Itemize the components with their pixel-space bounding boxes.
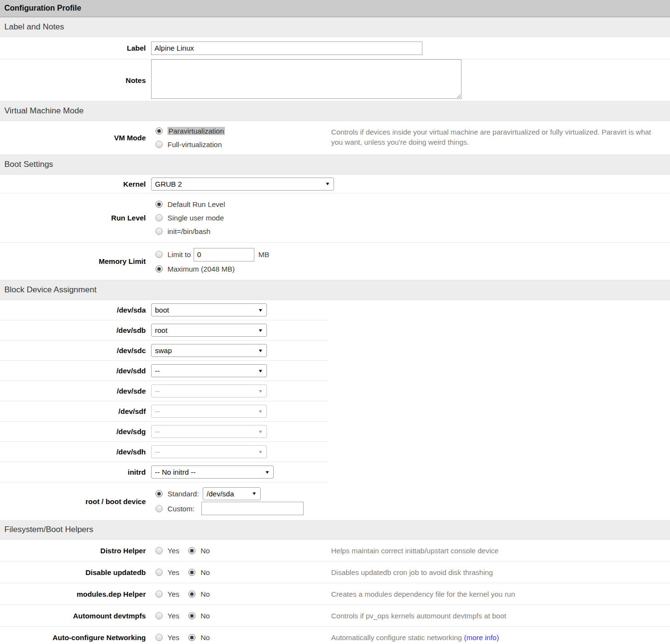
radio-yes[interactable] bbox=[155, 569, 163, 576]
vm-mode-row: VM Mode Paravirtualization Full-virtuali… bbox=[0, 121, 670, 155]
radio-no[interactable] bbox=[188, 612, 195, 619]
helper-label: Automount devtmpfs bbox=[0, 612, 146, 620]
chevron-down-icon: ▼ bbox=[258, 409, 263, 414]
chevron-down-icon: ▼ bbox=[325, 181, 330, 186]
radio-single-user-mode[interactable] bbox=[155, 214, 163, 221]
radio-yes[interactable] bbox=[155, 612, 163, 619]
select-value: root bbox=[155, 326, 168, 334]
radio-init-bin-bash[interactable] bbox=[155, 228, 163, 235]
radio-label[interactable]: Default Run Level bbox=[168, 200, 225, 208]
section-title: Label and Notes bbox=[4, 22, 64, 32]
maximum-label[interactable]: Maximum (2048 MB) bbox=[168, 265, 235, 273]
radio-limit-to[interactable] bbox=[155, 251, 163, 258]
root-boot-device-row: root / boot device Standard: /dev/sda ▼ … bbox=[0, 482, 670, 520]
radio-maximum[interactable] bbox=[155, 265, 163, 273]
yes-label[interactable]: Yes bbox=[168, 568, 179, 576]
memory-limit-input[interactable] bbox=[194, 248, 254, 261]
radio-no[interactable] bbox=[188, 634, 195, 641]
initrd-select[interactable]: -- No initrd -- ▼ bbox=[151, 466, 274, 479]
no-label[interactable]: No bbox=[200, 612, 209, 620]
notes-row: Notes bbox=[0, 59, 670, 101]
device-label: /dev/sdb bbox=[0, 326, 146, 334]
run-level-row: Run Level Default Run Level Single user … bbox=[0, 193, 670, 243]
section-title: Filesystem/Boot Helpers bbox=[4, 525, 93, 534]
radio-label[interactable]: Paravirtualization bbox=[168, 127, 225, 135]
yes-label[interactable]: Yes bbox=[168, 547, 179, 555]
radio-paravirtualization[interactable] bbox=[155, 127, 163, 135]
radio-full-virtualization[interactable] bbox=[155, 141, 163, 148]
label-row: Label bbox=[0, 37, 670, 59]
helper-label: Distro Helper bbox=[0, 547, 146, 555]
device-label: /dev/sdd bbox=[0, 367, 146, 375]
no-label[interactable]: No bbox=[200, 590, 209, 598]
radio-label[interactable]: Single user mode bbox=[168, 214, 224, 222]
help-text: Automatically configure static networkin… bbox=[331, 633, 464, 642]
kernel-select[interactable]: GRUB 2 ▼ bbox=[151, 178, 334, 191]
vm-mode-option-paravirtualization[interactable]: Paravirtualization bbox=[151, 124, 225, 138]
label-input[interactable] bbox=[151, 41, 422, 55]
custom-device-input[interactable] bbox=[201, 502, 304, 515]
no-label[interactable]: No bbox=[200, 633, 209, 642]
device-sdd-select[interactable]: -- ▼ bbox=[151, 364, 267, 377]
helper-help-text: Controls if pv_ops kernels automount dev… bbox=[331, 611, 664, 621]
notes-textarea[interactable] bbox=[151, 59, 461, 99]
helper-row-modules-dep: modules.dep Helper Yes No Creates a modu… bbox=[0, 583, 670, 605]
run-level-label: Run Level bbox=[0, 214, 146, 222]
radio-yes[interactable] bbox=[155, 590, 163, 598]
no-label[interactable]: No bbox=[200, 547, 209, 555]
device-sda-select[interactable]: boot ▼ bbox=[151, 303, 267, 316]
device-sdb-select[interactable]: root ▼ bbox=[151, 324, 267, 337]
radio-yes[interactable] bbox=[155, 634, 163, 641]
helper-help-text: Helps maintain correct inittab/upstart c… bbox=[331, 546, 664, 556]
radio-label[interactable]: init=/bin/bash bbox=[168, 227, 210, 235]
radio-label[interactable]: Full-virtualization bbox=[168, 140, 222, 149]
block-device-row-sda: /dev/sda boot ▼ bbox=[0, 300, 328, 320]
select-value: -- bbox=[155, 427, 160, 436]
standard-device-select[interactable]: /dev/sda ▼ bbox=[203, 487, 261, 500]
chevron-down-icon: ▼ bbox=[258, 348, 263, 353]
device-label: /dev/sdg bbox=[0, 427, 146, 436]
page-title: Configuration Profile bbox=[4, 4, 81, 13]
limit-to-label[interactable]: Limit to bbox=[168, 250, 191, 259]
select-value: -- bbox=[155, 367, 160, 375]
block-device-row-sdh: /dev/sdh -- ▼ bbox=[0, 442, 328, 462]
section-header-boot-settings: Boot Settings bbox=[0, 155, 670, 175]
select-value: boot bbox=[155, 306, 169, 314]
initrd-label: initrd bbox=[0, 468, 146, 476]
yes-label[interactable]: Yes bbox=[168, 633, 179, 642]
chevron-down-icon: ▼ bbox=[258, 328, 263, 333]
radio-standard[interactable] bbox=[155, 490, 163, 497]
memory-limit-option-limit[interactable]: Limit to MB bbox=[151, 247, 269, 262]
root-device-option-standard[interactable]: Standard: /dev/sda ▼ bbox=[151, 486, 304, 501]
yes-label[interactable]: Yes bbox=[168, 612, 179, 620]
radio-no[interactable] bbox=[188, 590, 195, 598]
root-device-option-custom[interactable]: Custom: bbox=[151, 501, 304, 516]
vm-mode-option-full-virtualization[interactable]: Full-virtualization bbox=[151, 138, 225, 151]
more-info-link[interactable]: (more info) bbox=[464, 633, 499, 642]
yes-label[interactable]: Yes bbox=[168, 590, 179, 598]
helper-help-text: Creates a modules dependency file for th… bbox=[331, 589, 664, 599]
device-sdc-select[interactable]: swap ▼ bbox=[151, 344, 267, 357]
initrd-row: initrd -- No initrd -- ▼ bbox=[0, 462, 328, 482]
run-level-option-single-user[interactable]: Single user mode bbox=[151, 211, 225, 225]
standard-label[interactable]: Standard: bbox=[168, 490, 199, 498]
select-value: swap bbox=[155, 346, 172, 355]
block-device-row-sdg: /dev/sdg -- ▼ bbox=[0, 422, 328, 442]
chevron-down-icon: ▼ bbox=[258, 308, 263, 313]
run-level-option-init-bash[interactable]: init=/bin/bash bbox=[151, 225, 225, 238]
run-level-option-default[interactable]: Default Run Level bbox=[151, 198, 225, 211]
radio-yes[interactable] bbox=[155, 547, 163, 554]
radio-default-run-level[interactable] bbox=[155, 201, 163, 208]
no-label[interactable]: No bbox=[200, 568, 209, 576]
section-header-label-and-notes: Label and Notes bbox=[0, 17, 670, 37]
memory-limit-option-maximum[interactable]: Maximum (2048 MB) bbox=[151, 262, 269, 276]
kernel-select-value: GRUB 2 bbox=[155, 180, 182, 188]
radio-custom[interactable] bbox=[155, 505, 163, 512]
radio-no[interactable] bbox=[188, 547, 195, 554]
custom-label[interactable]: Custom: bbox=[168, 505, 195, 513]
section-title: Virtual Machine Mode bbox=[4, 106, 84, 116]
radio-no[interactable] bbox=[188, 569, 195, 576]
chevron-down-icon: ▼ bbox=[265, 470, 270, 475]
select-value: /dev/sda bbox=[207, 490, 234, 498]
label-field-label: Label bbox=[0, 44, 146, 52]
